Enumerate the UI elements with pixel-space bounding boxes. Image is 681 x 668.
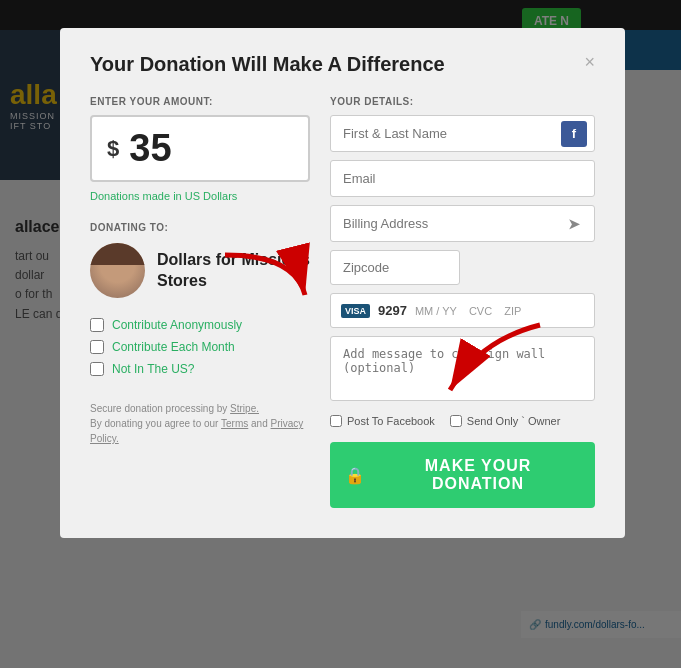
donation-amount: 35 bbox=[129, 127, 171, 170]
terms-link[interactable]: Terms bbox=[221, 418, 248, 429]
zipcode-row bbox=[330, 250, 595, 285]
recipient-avatar bbox=[90, 243, 145, 298]
message-textarea[interactable] bbox=[330, 336, 595, 401]
close-button[interactable]: × bbox=[584, 53, 595, 71]
monthly-label: Contribute Each Month bbox=[112, 340, 235, 354]
email-input[interactable] bbox=[330, 160, 595, 197]
amount-box: $ 35 bbox=[90, 115, 310, 182]
owner-checkbox[interactable] bbox=[450, 415, 462, 427]
address-input[interactable] bbox=[330, 205, 595, 242]
not-in-us-checkbox-row: Not In The US? bbox=[90, 362, 310, 376]
owner-share-label: Send Only ` Owner bbox=[467, 415, 561, 427]
name-field-group: f bbox=[330, 115, 595, 152]
visa-badge: VISA bbox=[341, 304, 370, 318]
modal-body: ENTER YOUR AMOUNT: $ 35 Donations made i… bbox=[90, 96, 595, 508]
card-number: 9297 bbox=[378, 303, 407, 318]
monthly-checkbox-row: Contribute Each Month bbox=[90, 340, 310, 354]
not-in-us-checkbox[interactable] bbox=[90, 362, 104, 376]
donate-button-label: MAKE YOUR DONATION bbox=[376, 457, 580, 493]
secure-note: Secure donation processing by Stripe. By… bbox=[90, 401, 310, 446]
left-column: ENTER YOUR AMOUNT: $ 35 Donations made i… bbox=[90, 96, 310, 508]
stripe-link[interactable]: Stripe. bbox=[230, 403, 259, 414]
zipcode-input[interactable] bbox=[330, 250, 460, 285]
agree-text: By donating you agree to our bbox=[90, 418, 218, 429]
owner-share-item: Send Only ` Owner bbox=[450, 415, 561, 427]
amount-label: ENTER YOUR AMOUNT: bbox=[90, 96, 310, 107]
modal-header: Your Donation Will Make A Difference × bbox=[90, 53, 595, 76]
and-text: and bbox=[251, 418, 268, 429]
card-row: VISA 9297 MM / YY CVC ZIP bbox=[330, 293, 595, 328]
recipient-name: Dollars for Missions Stores bbox=[157, 250, 310, 292]
lock-icon: 🔒 bbox=[345, 466, 366, 485]
card-placeholders: MM / YY CVC ZIP bbox=[415, 305, 584, 317]
right-column: YOUR DETAILS: f ➤ VISA 9 bbox=[330, 96, 595, 508]
donate-button[interactable]: 🔒 MAKE YOUR DONATION bbox=[330, 442, 595, 508]
donating-to-label: DONATING TO: bbox=[90, 222, 310, 233]
donation-modal: Your Donation Will Make A Difference × E… bbox=[60, 28, 625, 538]
anonymous-checkbox-row: Contribute Anonymously bbox=[90, 318, 310, 332]
not-in-us-label: Not In The US? bbox=[112, 362, 195, 376]
location-icon: ➤ bbox=[561, 211, 587, 237]
card-mm-yy: MM / YY bbox=[415, 305, 457, 317]
anonymous-label: Contribute Anonymously bbox=[112, 318, 242, 332]
share-row: Post To Facebook Send Only ` Owner bbox=[330, 415, 595, 427]
facebook-checkbox[interactable] bbox=[330, 415, 342, 427]
facebook-share-label: Post To Facebook bbox=[347, 415, 435, 427]
anonymous-checkbox[interactable] bbox=[90, 318, 104, 332]
amount-note: Donations made in US Dollars bbox=[90, 190, 310, 202]
details-label: YOUR DETAILS: bbox=[330, 96, 595, 107]
facebook-icon: f bbox=[561, 121, 587, 147]
card-cvc: CVC bbox=[469, 305, 492, 317]
avatar-hair bbox=[90, 243, 145, 265]
address-field-group: ➤ bbox=[330, 205, 595, 242]
secure-text: Secure donation processing by bbox=[90, 403, 227, 414]
name-input[interactable] bbox=[330, 115, 595, 152]
card-zip: ZIP bbox=[504, 305, 521, 317]
monthly-checkbox[interactable] bbox=[90, 340, 104, 354]
recipient-row: Dollars for Missions Stores bbox=[90, 243, 310, 298]
facebook-share-item: Post To Facebook bbox=[330, 415, 435, 427]
modal-title: Your Donation Will Make A Difference bbox=[90, 53, 445, 76]
email-field-group bbox=[330, 160, 595, 197]
currency-symbol: $ bbox=[107, 136, 119, 162]
